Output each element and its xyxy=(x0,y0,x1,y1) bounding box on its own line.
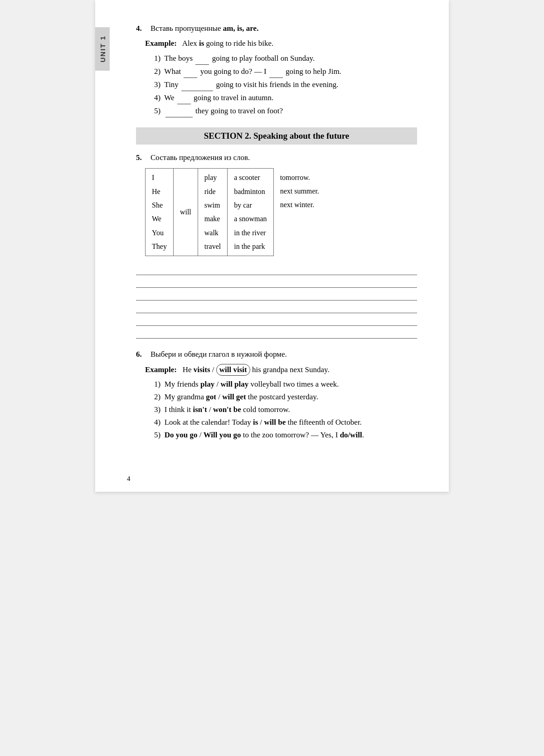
exercise-5-number: 5. xyxy=(136,153,147,162)
exercise-6-item-3: 3) I think it isn't / won't be cold tomo… xyxy=(154,403,417,416)
exercise-6-instruction: Выбери и обведи глагол в нужной форме. xyxy=(151,349,287,360)
exercise-5: 5. Составь предложения из слов. IHeSheWe… xyxy=(136,152,417,339)
exercise-4-words: am, is, are. xyxy=(223,24,259,33)
exercise-4-example: Example: Alex is going to ride his bike. xyxy=(145,37,417,49)
writing-line-1 xyxy=(136,263,417,275)
exercise-4-item-3: 3) Tiny going to visit his friends in th… xyxy=(154,78,417,91)
table-cell-col4: a scooterbadmintonby cara snowmanin the … xyxy=(228,169,273,256)
exercise-4-item-1: 1) The boys going to play football on Su… xyxy=(154,52,417,65)
exercise-4-number: 4. xyxy=(136,24,147,33)
blank-4-3 xyxy=(181,78,213,91)
exercise-6-item-1: 1) My friends play / will play volleybal… xyxy=(154,378,417,391)
unit-tab: UNIT 1 xyxy=(95,27,110,71)
exercise-6-item-5: 5) Do you go / Will you go to the zoo to… xyxy=(154,429,417,441)
blank-4-5 xyxy=(165,104,193,117)
unit-tab-label: UNIT 1 xyxy=(99,35,107,63)
table-cell-col2: will xyxy=(173,169,198,256)
writing-line-2 xyxy=(136,276,417,288)
writing-line-5 xyxy=(136,314,417,326)
exercise-4-item-4: 4) We going to travel in autumn. xyxy=(154,91,417,104)
writing-line-3 xyxy=(136,289,417,300)
exercise-4: 4. Вставь пропущенные am, is, are. Examp… xyxy=(136,23,417,117)
section-2-title: SECTION 2. Speaking about the future xyxy=(204,131,350,141)
exercise-4-instruction: Вставь пропущенные am, is, are. xyxy=(151,23,258,34)
table-cell-col5: tomorrow.next summer.next winter. xyxy=(273,169,325,256)
section-2-header: SECTION 2. Speaking about the future xyxy=(136,127,417,145)
page-number: 4 xyxy=(127,475,131,483)
blank-4-2b xyxy=(269,65,283,78)
blank-4-4 xyxy=(177,91,191,104)
exercise-6-item-2: 2) My grandma got / will get the postcar… xyxy=(154,391,417,403)
exercise-5-table: IHeSheWeYouThey will playrideswimmakewal… xyxy=(145,168,325,256)
writing-line-6 xyxy=(136,327,417,339)
exercise-6-header: 6. Выбери и обведи глагол в нужной форме… xyxy=(136,349,417,360)
page: UNIT 1 4. Вставь пропущенные am, is, are… xyxy=(95,0,449,492)
circled-will-visit: will visit xyxy=(216,364,250,376)
exercise-6-example: Example: He visits / will visit his gran… xyxy=(145,363,417,376)
exercise-4-header: 4. Вставь пропущенные am, is, are. xyxy=(136,23,417,34)
exercise-4-items: 1) The boys going to play football on Su… xyxy=(145,52,417,117)
table-cell-col1: IHeSheWeYouThey xyxy=(146,169,174,256)
exercise-6: 6. Выбери и обведи глагол в нужной форме… xyxy=(136,349,417,441)
writing-line-4 xyxy=(136,301,417,313)
exercise-5-header: 5. Составь предложения из слов. xyxy=(136,152,417,164)
exercise-5-instruction: Составь предложения из слов. xyxy=(151,152,250,164)
exercise-4-item-2: 2) What you going to do? — I going to he… xyxy=(154,65,417,78)
blank-4-1 xyxy=(195,52,209,65)
exercise-5-writing-lines xyxy=(136,263,417,339)
table-row: IHeSheWeYouThey will playrideswimmakewal… xyxy=(146,169,325,256)
exercise-4-item-5: 5) they going to travel on foot? xyxy=(154,104,417,117)
exercise-6-items: 1) My friends play / will play volleybal… xyxy=(145,378,417,441)
exercise-6-number: 6. xyxy=(136,350,147,359)
blank-4-2a xyxy=(184,65,197,78)
table-cell-col3: playrideswimmakewalktravel xyxy=(198,169,227,256)
exercise-6-item-4: 4) Look at the calendar! Today is / will… xyxy=(154,416,417,429)
